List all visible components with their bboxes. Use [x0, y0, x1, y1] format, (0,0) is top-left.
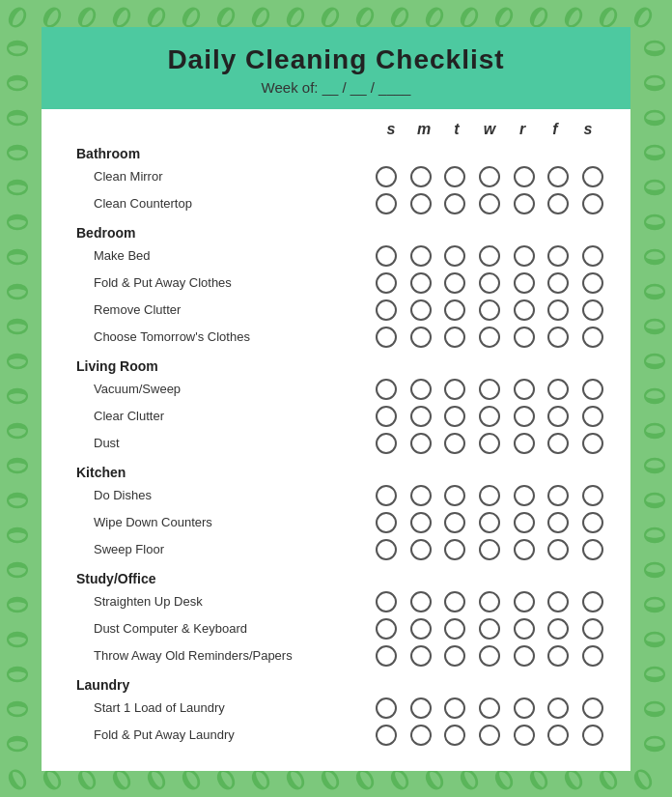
- checkbox[interactable]: [376, 245, 397, 267]
- checkbox[interactable]: [410, 299, 432, 321]
- checkbox[interactable]: [376, 725, 397, 746]
- checkbox[interactable]: [444, 299, 465, 321]
- checkbox[interactable]: [514, 539, 535, 560]
- checkbox[interactable]: [376, 166, 397, 187]
- checkbox[interactable]: [410, 539, 432, 560]
- checkbox[interactable]: [479, 433, 500, 454]
- checkbox[interactable]: [444, 433, 465, 454]
- checkbox[interactable]: [376, 327, 397, 348]
- checkbox[interactable]: [410, 272, 432, 294]
- checkbox[interactable]: [444, 485, 465, 506]
- checkbox[interactable]: [514, 433, 535, 454]
- checkbox[interactable]: [376, 193, 397, 214]
- checkbox[interactable]: [444, 245, 465, 267]
- checkbox[interactable]: [444, 591, 465, 612]
- checkbox[interactable]: [376, 512, 397, 533]
- checkbox[interactable]: [582, 433, 603, 454]
- checkbox[interactable]: [582, 406, 603, 427]
- checkbox[interactable]: [479, 272, 500, 294]
- checkbox[interactable]: [514, 299, 535, 321]
- checkbox[interactable]: [514, 591, 535, 612]
- checkbox[interactable]: [479, 406, 500, 427]
- checkbox[interactable]: [376, 379, 397, 400]
- checkbox[interactable]: [514, 193, 535, 214]
- checkbox[interactable]: [514, 512, 535, 533]
- checkbox[interactable]: [444, 193, 465, 214]
- checkbox[interactable]: [410, 406, 432, 427]
- checkbox[interactable]: [514, 645, 535, 667]
- checkbox[interactable]: [582, 697, 603, 719]
- checkbox[interactable]: [582, 327, 603, 348]
- checkbox[interactable]: [582, 591, 603, 612]
- checkbox[interactable]: [514, 379, 535, 400]
- checkbox[interactable]: [582, 645, 603, 667]
- checkbox[interactable]: [410, 327, 432, 348]
- checkbox[interactable]: [547, 591, 569, 612]
- checkbox[interactable]: [514, 327, 535, 348]
- checkbox[interactable]: [547, 697, 569, 719]
- checkbox[interactable]: [514, 406, 535, 427]
- checkbox[interactable]: [444, 725, 465, 746]
- checkbox[interactable]: [376, 645, 397, 667]
- checkbox[interactable]: [376, 406, 397, 427]
- checkbox[interactable]: [376, 272, 397, 294]
- checkbox[interactable]: [514, 725, 535, 746]
- checkbox[interactable]: [582, 512, 603, 533]
- checkbox[interactable]: [410, 618, 432, 640]
- checkbox[interactable]: [410, 697, 432, 719]
- checkbox[interactable]: [514, 485, 535, 506]
- checkbox[interactable]: [410, 645, 432, 667]
- checkbox[interactable]: [479, 645, 500, 667]
- checkbox[interactable]: [582, 618, 603, 640]
- checkbox[interactable]: [514, 245, 535, 267]
- checkbox[interactable]: [444, 645, 465, 667]
- checkbox[interactable]: [479, 539, 500, 560]
- checkbox[interactable]: [479, 512, 500, 533]
- checkbox[interactable]: [547, 485, 569, 506]
- checkbox[interactable]: [479, 299, 500, 321]
- checkbox[interactable]: [410, 379, 432, 400]
- checkbox[interactable]: [479, 166, 500, 187]
- checkbox[interactable]: [479, 327, 500, 348]
- checkbox[interactable]: [479, 618, 500, 640]
- checkbox[interactable]: [582, 193, 603, 214]
- checkbox[interactable]: [582, 539, 603, 560]
- checkbox[interactable]: [410, 166, 432, 187]
- checkbox[interactable]: [547, 327, 569, 348]
- checkbox[interactable]: [444, 272, 465, 294]
- checkbox[interactable]: [582, 485, 603, 506]
- checkbox[interactable]: [514, 166, 535, 187]
- checkbox[interactable]: [444, 512, 465, 533]
- checkbox[interactable]: [514, 618, 535, 640]
- checkbox[interactable]: [547, 512, 569, 533]
- checkbox[interactable]: [376, 433, 397, 454]
- checkbox[interactable]: [376, 539, 397, 560]
- checkbox[interactable]: [479, 193, 500, 214]
- checkbox[interactable]: [514, 697, 535, 719]
- checkbox[interactable]: [479, 245, 500, 267]
- checkbox[interactable]: [444, 539, 465, 560]
- checkbox[interactable]: [582, 725, 603, 746]
- checkbox[interactable]: [479, 379, 500, 400]
- checkbox[interactable]: [410, 193, 432, 214]
- checkbox[interactable]: [410, 725, 432, 746]
- checkbox[interactable]: [444, 406, 465, 427]
- checkbox[interactable]: [479, 697, 500, 719]
- checkbox[interactable]: [410, 485, 432, 506]
- checkbox[interactable]: [376, 591, 397, 612]
- checkbox[interactable]: [582, 379, 603, 400]
- checkbox[interactable]: [582, 245, 603, 267]
- checkbox[interactable]: [444, 327, 465, 348]
- checkbox[interactable]: [582, 299, 603, 321]
- checkbox[interactable]: [444, 697, 465, 719]
- checkbox[interactable]: [547, 299, 569, 321]
- checkbox[interactable]: [479, 591, 500, 612]
- checkbox[interactable]: [547, 406, 569, 427]
- checkbox[interactable]: [547, 193, 569, 214]
- checkbox[interactable]: [582, 166, 603, 187]
- checkbox[interactable]: [582, 272, 603, 294]
- checkbox[interactable]: [444, 379, 465, 400]
- checkbox[interactable]: [376, 485, 397, 506]
- checkbox[interactable]: [547, 166, 569, 187]
- checkbox[interactable]: [410, 512, 432, 533]
